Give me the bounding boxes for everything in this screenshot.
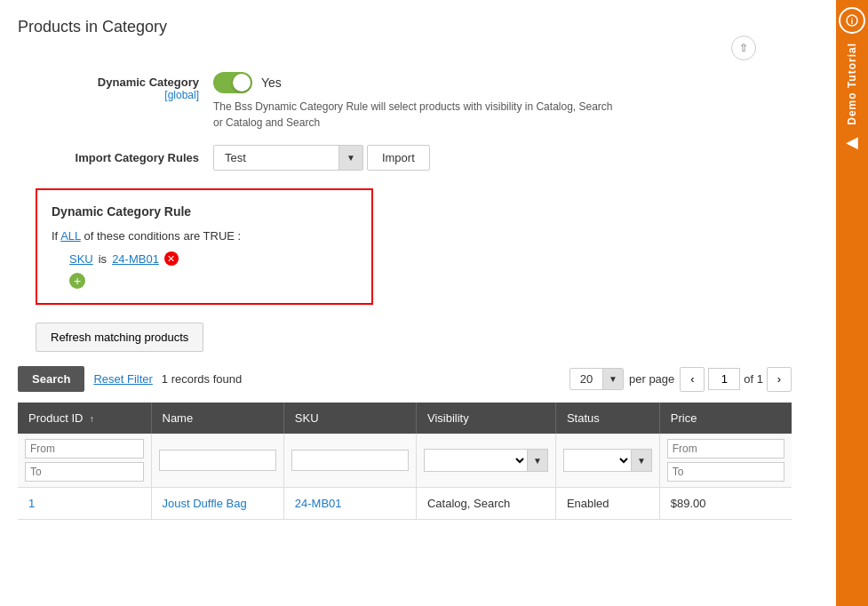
visibility-arrow-icon: ▼ [527, 450, 547, 471]
rule-box: Dynamic Category Rule If ALL of these co… [36, 188, 373, 305]
name-filter-input[interactable] [159, 450, 276, 471]
visibility-filter-select[interactable]: Catalog, Search Catalog Search [425, 450, 527, 471]
toggle-wrapper: Yes [213, 72, 792, 93]
sku-operator: is [99, 252, 107, 266]
collapse-button[interactable]: ⇧ [731, 36, 756, 60]
demo-tutorial-label: Demo Tutorial [846, 43, 858, 125]
per-page-arrow-icon[interactable]: ▼ [602, 369, 623, 389]
toggle-knob [233, 74, 251, 92]
filter-price [659, 434, 792, 488]
visibility-filter-wrapper: Catalog, Search Catalog Search ▼ [424, 449, 548, 472]
price-filter [667, 439, 784, 482]
per-page-select: 20 ▼ [569, 368, 624, 390]
rule-condition: If ALL of these conditions are TRUE : [52, 229, 357, 243]
col-visibility[interactable]: Visibility [416, 403, 555, 434]
records-found: 1 records found [162, 372, 242, 386]
product-sku-link[interactable]: 24-MB01 [295, 497, 342, 510]
page-wrapper: i Demo Tutorial ◀ Products in Category ⇧… [0, 0, 868, 606]
dynamic-category-label: Dynamic Category [global] [18, 72, 213, 101]
product-id-filter [25, 439, 144, 482]
status-filter-wrapper: Enabled Disabled ▼ [563, 449, 652, 472]
filter-product-id [18, 434, 151, 488]
product-id-link[interactable]: 1 [28, 497, 35, 510]
dynamic-category-toggle[interactable] [213, 72, 252, 93]
cell-sku: 24-MB01 [283, 488, 416, 520]
col-name[interactable]: Name [151, 403, 283, 434]
product-name-link[interactable]: Joust Duffle Bag [163, 497, 247, 510]
condition-text: If [52, 229, 58, 243]
dynamic-category-sublabel: [global] [18, 89, 199, 101]
import-select-arrow-icon[interactable]: ▼ [338, 146, 362, 170]
add-rule-button[interactable]: + [69, 273, 85, 289]
cell-status: Enabled [555, 488, 659, 520]
condition-suffix: of these conditions are TRUE : [84, 229, 241, 243]
toggle-state-label: Yes [261, 76, 282, 90]
prev-page-button[interactable]: ‹ [680, 367, 705, 392]
col-status[interactable]: Status [555, 403, 659, 434]
demo-tutorial-sidebar[interactable]: i Demo Tutorial ◀ [836, 0, 868, 606]
remove-rule-button[interactable]: ✕ [164, 251, 179, 266]
filter-visibility: Catalog, Search Catalog Search ▼ [416, 434, 555, 488]
page-title: Products in Category [18, 18, 167, 36]
import-select-value[interactable]: Test [214, 146, 338, 170]
table-header-row: Product ID ↑ Name SKU Visibility Status [18, 403, 792, 434]
col-price[interactable]: Price [659, 403, 792, 434]
per-page-value[interactable]: 20 [570, 369, 602, 389]
svg-text:i: i [851, 17, 854, 26]
sku-label-link[interactable]: SKU [69, 252, 93, 266]
filter-name [151, 434, 283, 488]
demo-tutorial-icon: i [839, 7, 865, 34]
product-id-from-input[interactable] [25, 439, 144, 458]
reset-filter-link[interactable]: Reset Filter [93, 372, 152, 386]
sku-filter-input[interactable] [291, 450, 409, 471]
dynamic-category-field: Dynamic Category [global] Yes The Bss Dy… [18, 72, 792, 131]
sku-value-link[interactable]: 24-MB01 [112, 252, 159, 266]
per-page-label: per page [629, 372, 674, 386]
next-page-button[interactable]: › [767, 367, 792, 392]
rule-box-title: Dynamic Category Rule [52, 204, 357, 219]
price-from-input[interactable] [667, 439, 784, 458]
table-row: 1 Joust Duffle Bag 24-MB01 Catalog, Sear… [18, 488, 792, 520]
page-number-input[interactable] [708, 368, 740, 390]
filter-sku [283, 434, 416, 488]
products-table: Product ID ↑ Name SKU Visibility Status [18, 403, 792, 520]
import-category-rules-row: Import Category Rules Test ▼ Import [18, 145, 792, 171]
total-pages-label: of 1 [744, 372, 763, 386]
dynamic-category-value: Yes The Bss Dynamic Category Rule will s… [213, 72, 792, 131]
table-filter-row: Catalog, Search Catalog Search ▼ Enabled [18, 434, 792, 488]
cell-price: $89.00 [659, 488, 792, 520]
price-to-input[interactable] [667, 462, 784, 482]
product-id-to-input[interactable] [25, 462, 144, 482]
import-category-label: Import Category Rules [18, 151, 213, 164]
search-button[interactable]: Search [18, 366, 84, 392]
search-bar: Search Reset Filter 1 records found 20 ▼… [18, 366, 792, 392]
per-page-wrapper: 20 ▼ per page ‹ of 1 › [569, 367, 792, 392]
dynamic-category-description: The Bss Dynamic Category Rule will selec… [213, 99, 613, 131]
demo-tutorial-arrow-icon: ◀ [846, 132, 858, 152]
refresh-matching-products-button[interactable]: Refresh matching products [36, 323, 203, 352]
col-product-id[interactable]: Product ID ↑ [18, 403, 151, 434]
import-button[interactable]: Import [367, 145, 430, 171]
import-select-wrapper: Test ▼ [213, 145, 363, 171]
status-arrow-icon: ▼ [631, 450, 651, 471]
sort-icon: ↑ [90, 414, 94, 424]
cell-product-id: 1 [18, 488, 151, 520]
col-sku[interactable]: SKU [283, 403, 416, 434]
main-content: Products in Category ⇧ Dynamic Category … [0, 0, 836, 538]
condition-all-link[interactable]: ALL [60, 229, 81, 243]
pagination: ‹ of 1 › [680, 367, 792, 392]
rule-item-sku: SKU is 24-MB01 ✕ [52, 251, 357, 266]
import-controls: Test ▼ Import [213, 145, 430, 171]
cell-visibility: Catalog, Search [416, 488, 555, 520]
status-filter-select[interactable]: Enabled Disabled [564, 450, 631, 471]
filter-status: Enabled Disabled ▼ [555, 434, 659, 488]
cell-name: Joust Duffle Bag [151, 488, 283, 520]
